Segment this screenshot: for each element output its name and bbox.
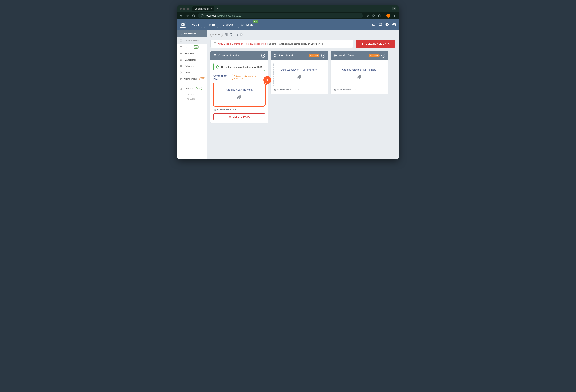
page-title: Data — [230, 32, 238, 37]
image-icon — [213, 109, 216, 111]
pdf-dropzone[interactable]: Add two relevant PDF files here. — [273, 63, 325, 86]
card-help-icon[interactable]: ? — [321, 54, 325, 57]
header-actions — [372, 23, 396, 27]
back-button[interactable] — [179, 14, 183, 17]
nav-analyser-label: ANALYSER — [241, 23, 255, 26]
sub-label: vs. World — [187, 98, 196, 100]
tab-overflow-button[interactable] — [392, 7, 397, 10]
theme-toggle-icon[interactable] — [372, 23, 375, 27]
card-help-icon[interactable]: ? — [261, 54, 265, 57]
maximize-window-button[interactable] — [187, 7, 189, 10]
sidebar-item-data[interactable]: Data Improved — [177, 37, 207, 44]
checkbox-icon[interactable] — [183, 98, 185, 100]
data-icon — [180, 39, 183, 42]
help-icon[interactable] — [385, 23, 389, 27]
show-sample-link[interactable]: SHOW SAMPLE FILES — [273, 88, 325, 91]
new-pill: New — [196, 87, 202, 90]
address-bar[interactable]: localhost:3003/analyser/ib/data — [198, 13, 363, 18]
trash-icon — [361, 42, 364, 45]
app-logo[interactable] — [180, 22, 186, 28]
card-title: World Data — [339, 54, 367, 57]
nav-analyser[interactable]: ANALYSER New — [238, 22, 258, 28]
show-sample-link[interactable]: SHOW SAMPLE FILE — [334, 88, 385, 91]
paperclip-icon — [237, 94, 241, 100]
sidebar-item-subjects[interactable]: Subjects — [177, 63, 207, 69]
feedback-icon[interactable] — [378, 23, 382, 27]
cards-row: Current Session ? Current session data l… — [207, 51, 399, 123]
new-tab-button[interactable]: + — [217, 7, 218, 10]
sidebar-label: Subjects — [185, 65, 194, 67]
nav-home[interactable]: HOME — [189, 22, 202, 28]
svg-point-9 — [395, 15, 395, 16]
sidebar-label: Core — [185, 71, 190, 74]
link-label: SHOW SAMPLE FILE — [217, 109, 238, 111]
delete-all-button[interactable]: DELETE ALL DATA — [356, 40, 395, 48]
pdf-dropzone[interactable]: Add one relevant PDF file here. — [334, 63, 385, 86]
optional-pill: Optional — [309, 54, 319, 57]
svg-rect-26 — [180, 41, 181, 41]
sidebar-title: IB Results — [177, 30, 207, 37]
svg-point-22 — [181, 32, 182, 33]
extensions-icon[interactable] — [377, 14, 381, 17]
close-window-button[interactable] — [179, 7, 182, 10]
card-body: Add one relevant PDF file here. SHOW SAM… — [331, 60, 388, 94]
profile-avatar[interactable]: F — [386, 14, 390, 18]
sidebar-sub-vs-world[interactable]: vs. World — [177, 97, 207, 101]
reload-button[interactable] — [192, 14, 195, 17]
improved-pill: Improved — [191, 39, 202, 42]
headlines-icon — [180, 52, 183, 55]
card-header: Past Session Optional ? — [271, 51, 328, 60]
close-tab-icon[interactable]: × — [211, 7, 212, 10]
svg-rect-31 — [180, 53, 182, 54]
svg-rect-43 — [180, 78, 181, 79]
page-help-icon[interactable]: ? — [240, 33, 243, 36]
link-label: SHOW SAMPLE FILE — [338, 89, 358, 91]
check-circle-icon — [216, 65, 219, 68]
sidebar-item-components[interactable]: Components Beta — [177, 76, 207, 82]
svg-line-40 — [181, 72, 182, 72]
sidebar-sub-vs-past[interactable]: vs. past — [177, 92, 207, 97]
forward-button[interactable] — [186, 14, 189, 17]
install-app-icon[interactable] — [365, 14, 369, 17]
svg-rect-25 — [181, 39, 182, 40]
compare-icon — [180, 87, 183, 90]
show-sample-link[interactable]: SHOW SAMPLE FILE — [213, 109, 265, 111]
bookmark-icon[interactable] — [372, 14, 375, 17]
checkbox-icon[interactable] — [183, 93, 185, 95]
globe-icon — [334, 54, 337, 57]
sidebar-item-candidates[interactable]: Candidates — [177, 57, 207, 63]
sidebar-item-core[interactable]: Core — [177, 69, 207, 76]
browser-tab[interactable]: Exam Display × — [193, 6, 214, 11]
sidebar-item-headlines[interactable]: Headlines — [177, 50, 207, 57]
improved-pill: Improved — [210, 33, 223, 37]
svg-point-61 — [214, 109, 214, 110]
svg-rect-46 — [180, 87, 181, 89]
sidebar-label: Data — [185, 39, 190, 42]
delete-data-button[interactable]: DELETE DATA — [213, 113, 265, 120]
sidebar-item-filters[interactable]: Filters New — [177, 44, 207, 50]
nav-timer[interactable]: TIMER — [204, 22, 218, 28]
svg-rect-47 — [181, 87, 182, 89]
svg-point-21 — [180, 32, 181, 33]
link-label: SHOW SAMPLE FILES — [277, 89, 299, 91]
site-info-icon[interactable] — [201, 14, 204, 17]
card-body: Current session data loaded: May 2024 Co… — [210, 60, 268, 123]
sidebar-item-compare[interactable]: Compare New — [177, 85, 207, 92]
browser-actions: F — [365, 14, 397, 18]
browser-menu-icon[interactable] — [393, 14, 397, 17]
component-file-row: Component File Optional - Not available … — [213, 74, 265, 81]
calendar-icon — [213, 54, 217, 57]
svg-line-41 — [180, 72, 181, 73]
card-help-icon[interactable]: ? — [381, 54, 385, 57]
xlsx-dropzone[interactable]: 1 Add one XLSX file here. — [213, 83, 265, 106]
card-header: World Data Optional ? — [331, 51, 388, 60]
results-icon — [180, 32, 183, 35]
minimize-window-button[interactable] — [183, 7, 185, 10]
svg-rect-56 — [214, 55, 216, 57]
svg-rect-45 — [180, 79, 181, 80]
account-icon[interactable] — [392, 23, 396, 27]
card-body: Add two relevant PDF files here. SHOW SA… — [271, 60, 328, 94]
svg-point-67 — [334, 89, 335, 89]
sub-label: vs. past — [187, 93, 194, 95]
nav-display[interactable]: DISPLAY — [220, 22, 236, 28]
